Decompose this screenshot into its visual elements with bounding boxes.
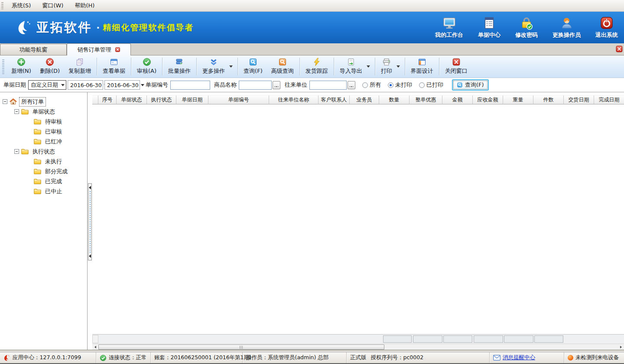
column-header[interactable]: 金额 [442,95,473,104]
more-operations-dropdown-arrow[interactable] [229,65,233,68]
date-mode-select[interactable]: 自定义日期 [28,80,66,90]
close-tab-strip-icon[interactable] [615,45,623,53]
message-center-link[interactable]: 消息提醒中心 [503,354,535,361]
splitter-collapse-handle[interactable] [88,183,92,260]
ui-design-button[interactable]: 界面设计 [406,55,438,78]
summary-cell-qty [383,335,412,343]
column-header[interactable]: 单据状态 [117,95,147,104]
tree-item-doc-status[interactable]: 单据状态 [31,107,57,116]
switch-operator-button[interactable]: 更换操作员 [552,16,581,39]
column-header[interactable]: 序号 [98,95,117,104]
tree-item-not-executed[interactable]: 未执行 [43,157,64,166]
folder-icon [34,118,41,125]
document-center-button[interactable]: 单据中心 [478,16,500,39]
tree-splitter[interactable] [88,92,92,350]
date-from-select[interactable]: 2016-06-30 [68,80,103,90]
close-window-button[interactable]: 关闭窗口 [441,55,472,78]
query-toolbar-button[interactable]: 查询(F) [239,55,267,78]
button-label: 打印 [381,67,392,75]
column-header[interactable]: 执行状态 [147,95,176,104]
column-header[interactable]: 往来单位名称 [269,95,318,104]
column-header[interactable]: 单据日期 [176,95,208,104]
collapse-toggle-icon[interactable] [3,99,7,104]
change-password-button[interactable]: 修改密码 [515,16,538,39]
column-header[interactable]: 单据编号 [208,95,269,104]
delete-button[interactable]: 删除(D) [36,55,64,78]
column-header[interactable]: 件数 [533,95,564,104]
batch-operations-button[interactable]: 批量操作 [164,55,195,78]
query-button[interactable]: 查询(F) [452,79,489,91]
tree-item-pending-audit[interactable]: 待审核 [43,117,64,126]
scrollbar-thumb[interactable] [98,344,384,350]
tree-item-completed[interactable]: 已完成 [43,177,64,186]
collapse-toggle-icon[interactable] [14,109,19,114]
summary-cell-weight [504,335,533,343]
column-header[interactable]: 交货日期 [564,95,594,104]
column-header[interactable]: 业务员 [350,95,379,104]
partner-picker-ellipsis-button[interactable] [348,81,355,89]
tab-strip: 功能导航窗 销售订单管理 [0,43,624,55]
import-export-button[interactable]: 导入导出 [335,55,367,78]
print-button[interactable]: 打印 [377,55,396,78]
scroll-left-arrow[interactable] [92,344,98,350]
audit-button[interactable]: 审核(A) [133,55,161,78]
tree-node-pending-audit: 待审核 [34,117,86,127]
toolbar-separator [237,58,238,75]
add-button[interactable]: 新增(N) [7,55,36,78]
exit-system-button[interactable]: 退出系统 [595,16,618,39]
menu-window[interactable]: 窗口(W) [36,0,69,11]
tree-item-audited[interactable]: 已审核 [43,127,64,136]
tree-node-partially-done: 部分完成 [34,166,86,176]
advanced-query-button[interactable]: 高级查询 [267,55,298,78]
scroll-right-arrow[interactable] [618,344,624,350]
tab-close-icon[interactable] [115,47,120,52]
print-dropdown-arrow[interactable] [396,65,400,68]
collapse-toggle-icon[interactable] [14,149,19,154]
column-header[interactable]: 客户联系人 [318,95,350,104]
product-name-label: 商品名称 [214,81,237,89]
call-device-status-icon [568,355,573,361]
copy-add-button[interactable]: 复制新增 [64,55,95,78]
import-export-icon [347,58,355,66]
product-name-input[interactable] [239,81,272,90]
more-operations-button[interactable]: 更多操作 [198,55,229,78]
import-export-dropdown-arrow[interactable] [367,65,370,68]
radio-all[interactable]: 所有 [362,81,381,89]
partner-label: 往来单位 [285,81,307,89]
tab-sales-order-management[interactable]: 销售订单管理 [67,43,131,55]
menu-help[interactable]: 帮助(H) [69,0,100,11]
my-workbench-button[interactable]: 我的工作台 [435,16,463,39]
partner-input[interactable] [309,81,347,90]
date-to-select[interactable]: 2016-06-30 [104,80,140,90]
tree-item-partially-done[interactable]: 部分完成 [43,167,69,176]
tab-function-navigator[interactable]: 功能导航窗 [0,44,67,55]
column-header[interactable]: 数量 [379,95,410,104]
column-header[interactable]: 重量 [503,95,533,104]
radio-not-printed[interactable]: 未打印 [388,81,412,89]
product-picker-ellipsis-button[interactable] [273,81,280,89]
status-account: 账套：201606250001 (2016年第1期) [151,352,243,363]
horizontal-scrollbar[interactable] [92,344,624,350]
doc-no-input[interactable] [170,81,210,90]
column-header[interactable]: 整单优惠 [410,95,442,104]
column-header[interactable]: 应收金额 [473,95,503,104]
tree-item-terminated[interactable]: 已中止 [43,187,64,196]
copy-add-icon [75,58,84,66]
tree-item-exec-status[interactable]: 执行状态 [31,147,57,156]
radio-label: 未打印 [395,81,412,89]
radio-printed[interactable]: 已打印 [419,81,443,89]
view-document-button[interactable]: 查看单据 [98,55,130,78]
app-logo-small-icon [3,354,10,361]
column-header[interactable]: 完成日期 [594,95,624,104]
button-label: 复制新增 [68,67,91,75]
thumb-grip [240,346,243,349]
tree-item-all-orders[interactable]: 所有订单 [19,97,46,107]
menu-system[interactable]: 系统(S) [6,0,36,11]
my-workbench-monitor-icon [442,16,456,30]
tree-item-reversed[interactable]: 已红冲 [43,137,64,146]
query-icon [249,58,257,66]
change-password-lock-icon [520,16,533,30]
shipment-tracking-button[interactable]: 发货跟踪 [301,55,332,78]
summary-indicator-cell [92,335,98,343]
tab-label: 功能导航窗 [20,46,48,54]
